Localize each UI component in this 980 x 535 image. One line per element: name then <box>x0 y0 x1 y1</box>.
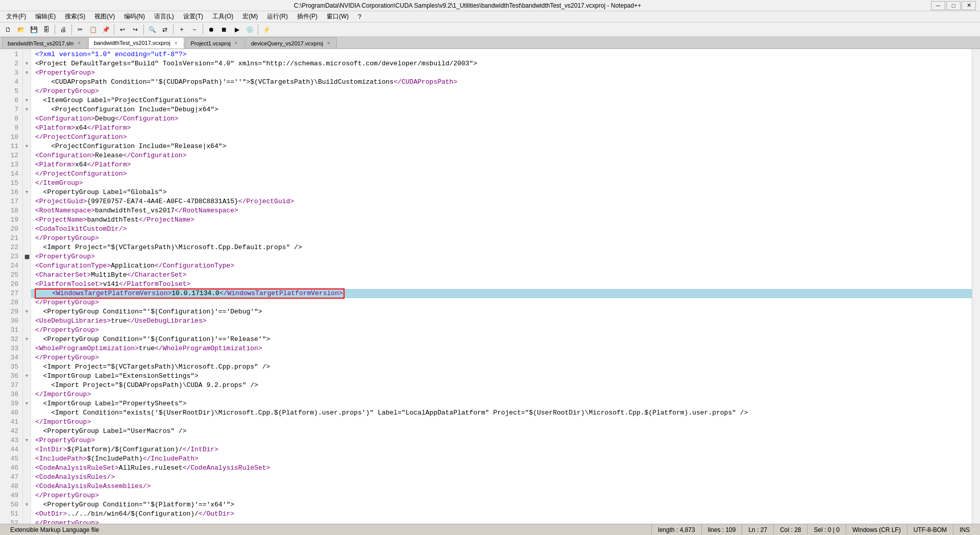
fold-marker-20 <box>23 225 31 234</box>
fold-marker-6[interactable]: ▼ <box>23 96 31 105</box>
fold-marker-44 <box>23 445 31 454</box>
tab-close-1[interactable]: × <box>174 40 179 46</box>
toolbar-macro-play[interactable]: ▶ <box>231 23 243 36</box>
menu-item-w[interactable]: 窗口(W) <box>323 11 353 22</box>
code-line-32: <PropertyGroup Condition="'$(Configurati… <box>31 335 972 344</box>
tab-label-3: deviceQuery_vs2017.vcxproj <box>251 40 323 46</box>
tab-0[interactable]: bandwidthTest_vs2017.sln× <box>2 37 87 48</box>
code-line-15: </ItemGroup> <box>31 179 972 188</box>
menu-item-n[interactable]: 编码(N) <box>120 11 149 22</box>
fold-marker-29[interactable]: ▼ <box>23 307 31 317</box>
line-number-44: 44 <box>4 445 18 454</box>
line-number-22: 22 <box>4 243 18 252</box>
toolbar-new[interactable]: 🗋 <box>2 23 14 36</box>
menu-item-f[interactable]: 文件(F) <box>2 11 30 22</box>
toolbar-save[interactable]: 💾 <box>28 23 40 36</box>
menu-item-m[interactable]: 宏(M) <box>238 11 262 22</box>
maximize-button[interactable]: □ <box>946 1 961 10</box>
menu-item-p[interactable]: 插件(P) <box>293 11 322 22</box>
fold-marker-5 <box>23 87 31 96</box>
fold-marker-48 <box>23 482 31 491</box>
toolbar-replace[interactable]: ⇄ <box>159 23 171 36</box>
line-number-4: 4 <box>4 78 18 87</box>
code-line-44: <IntDir>$(Platform)/$(Configuration)/</I… <box>31 445 972 454</box>
line-number-34: 34 <box>4 353 18 362</box>
fold-marker-15 <box>23 179 31 188</box>
fold-marker-39[interactable]: ▼ <box>23 399 31 408</box>
fold-marker-43[interactable]: ▼ <box>23 436 31 445</box>
toolbar-macro-save[interactable]: 💿 <box>243 23 256 36</box>
code-area[interactable]: <?xml version="1.0" encoding="utf-8"?><P… <box>31 49 972 524</box>
code-line-25: <CharacterSet>MultiByte</CharacterSet> <box>31 271 972 280</box>
toolbar-undo[interactable]: ↩ <box>116 23 129 36</box>
toolbar-open[interactable]: 📂 <box>15 23 27 36</box>
line-number-38: 38 <box>4 390 18 399</box>
menu-item-e[interactable]: 编辑(E) <box>31 11 60 22</box>
line-number-41: 41 <box>4 418 18 427</box>
menu-item-r[interactable]: 运行(R) <box>263 11 292 22</box>
fold-marker-52 <box>23 519 31 524</box>
fold-marker-16[interactable]: ▼ <box>23 188 31 197</box>
code-line-18: <RootNamespace>bandwidthTest_vs2017</Roo… <box>31 206 972 215</box>
code-line-51: <OutDir>../../bin/win64/$(Configuration)… <box>31 509 972 519</box>
toolbar-cut[interactable]: ✂ <box>74 23 86 36</box>
toolbar-find[interactable]: 🔍 <box>146 23 158 36</box>
tab-close-2[interactable]: × <box>234 40 239 46</box>
line-number-8: 8 <box>4 114 18 124</box>
tab-3[interactable]: deviceQuery_vs2017.vcxproj× <box>246 37 337 48</box>
code-line-52: </PropertyGroup> <box>31 519 972 524</box>
fold-marker-23[interactable]: ⬛ <box>23 252 31 261</box>
code-line-4: <CUDAPropsPath Condition="'$(CUDAPropsPa… <box>31 78 972 87</box>
line-number-46: 46 <box>4 464 18 473</box>
fold-marker-47 <box>23 473 31 482</box>
line-number-29: 29 <box>4 307 18 317</box>
line-number-25: 25 <box>4 271 18 280</box>
editor-container: 1234567891011121314151617181920212223242… <box>0 49 980 524</box>
tab-label-1: bandwidthTest_vs2017.vcxproj <box>94 40 170 46</box>
tab-2[interactable]: Project1.vcxproj× <box>185 37 244 48</box>
code-line-47: <CodeAnalysisRules /> <box>31 473 972 482</box>
menu-item-t[interactable]: 设置(T) <box>179 11 207 22</box>
line-numbers: 1234567891011121314151617181920212223242… <box>0 49 23 524</box>
toolbar-saveall[interactable]: 🗄 <box>40 23 53 36</box>
fold-marker-3[interactable]: ▼ <box>23 68 31 78</box>
toolbar-copy[interactable]: 📋 <box>87 23 99 36</box>
minimize-button[interactable]: ─ <box>931 1 945 10</box>
toolbar-run[interactable]: ⚡ <box>260 23 273 36</box>
fold-marker-35 <box>23 362 31 372</box>
code-line-8: <Configuration>Debug</Configuration> <box>31 114 972 124</box>
fold-marker-36[interactable]: ▼ <box>23 372 31 381</box>
line-number-26: 26 <box>4 280 18 289</box>
tab-close-0[interactable]: × <box>77 40 82 46</box>
toolbar-sep-1 <box>55 25 55 35</box>
right-scrollbar[interactable] <box>972 49 980 524</box>
toolbar-print[interactable]: 🖨 <box>57 23 69 36</box>
fold-marker-2[interactable]: ▼ <box>23 59 31 68</box>
line-number-18: 18 <box>4 206 18 215</box>
tab-close-3[interactable]: × <box>326 40 331 46</box>
toolbar-macro-rec[interactable]: ⏺ <box>205 23 217 36</box>
fold-marker-7[interactable]: ▼ <box>23 105 31 114</box>
line-number-42: 42 <box>4 427 18 436</box>
menu-item-l[interactable]: 语言(L) <box>150 11 178 22</box>
fold-marker-50[interactable]: ▼ <box>23 500 31 509</box>
toolbar-paste[interactable]: 📌 <box>100 23 112 36</box>
code-line-36: <ImportGroup Label="ExtensionSettings"> <box>31 372 972 381</box>
menu-item-s[interactable]: 搜索(S) <box>61 11 89 22</box>
code-line-5: </PropertyGroup> <box>31 87 972 96</box>
menu-item-v[interactable]: 视图(V) <box>90 11 119 22</box>
toolbar-zoomin[interactable]: + <box>176 23 188 36</box>
fold-marker-32[interactable]: ▼ <box>23 335 31 344</box>
fold-marker-8 <box>23 114 31 124</box>
tab-1[interactable]: bandwidthTest_vs2017.vcxproj× <box>88 37 184 48</box>
menu-item-o[interactable]: 工具(O) <box>208 11 237 22</box>
toolbar-macro-stop[interactable]: ⏹ <box>218 23 230 36</box>
fold-marker-11[interactable]: ▼ <box>23 142 31 151</box>
line-number-47: 47 <box>4 473 18 482</box>
fold-marker-46 <box>23 464 31 473</box>
toolbar-zoomout[interactable]: − <box>188 23 201 36</box>
fold-marker-22 <box>23 243 31 252</box>
menu-item-[interactable]: ? <box>354 12 365 21</box>
toolbar-redo[interactable]: ↪ <box>129 23 141 36</box>
close-button[interactable]: ✕ <box>962 1 976 10</box>
